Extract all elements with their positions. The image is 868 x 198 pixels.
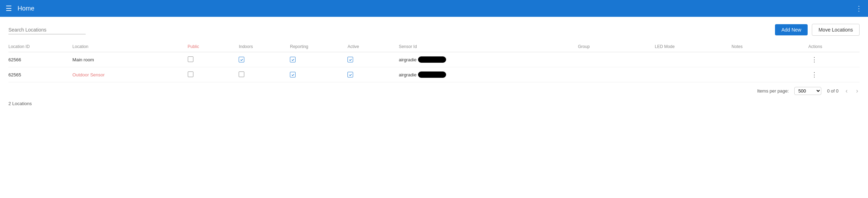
hamburger-icon[interactable]: ☰: [6, 4, 12, 13]
table-row: 62565Outdoor Sensorairgradie⋮: [8, 67, 860, 82]
table-row: 62566Main roomairgradie⋮: [8, 52, 860, 67]
nav-left: ☰ Home: [6, 4, 34, 13]
col-header-led-mode: LED Mode: [655, 41, 732, 52]
pagination-bar: Items per page: 500 100 250 1000 0 of 0 …: [8, 82, 860, 97]
cell-group: [578, 52, 655, 67]
checkbox[interactable]: [290, 72, 296, 77]
checkbox[interactable]: [188, 71, 193, 77]
items-per-page-select[interactable]: 500 100 250 1000: [794, 87, 821, 95]
cell-indoors[interactable]: [239, 67, 290, 82]
actions-menu-icon[interactable]: ⋮: [808, 70, 820, 80]
cell-notes: [731, 67, 808, 82]
col-header-actions: Actions: [808, 41, 860, 52]
cell-led-mode: [655, 67, 732, 82]
actions-menu-icon[interactable]: ⋮: [808, 55, 820, 64]
locations-table: Location ID Location Public Indoors Repo…: [8, 41, 860, 82]
sensor-id-text: airgradie: [399, 71, 446, 78]
table-header-row: Location ID Location Public Indoors Repo…: [8, 41, 860, 52]
col-header-reporting: Reporting: [290, 41, 347, 52]
toolbar-right: Add New Move Locations: [775, 24, 860, 36]
nav-title: Home: [18, 5, 34, 12]
cell-location-id: 62566: [8, 52, 72, 67]
cell-location-name[interactable]: Outdoor Sensor: [72, 67, 187, 82]
cell-public[interactable]: [188, 67, 239, 82]
search-input[interactable]: [8, 26, 86, 34]
cell-location-name: Main room: [72, 52, 187, 67]
col-header-location: Location: [72, 41, 187, 52]
col-header-active: Active: [347, 41, 399, 52]
add-new-button[interactable]: Add New: [775, 24, 808, 35]
col-header-notes: Notes: [731, 41, 808, 52]
col-header-location-id: Location ID: [8, 41, 72, 52]
checkbox[interactable]: [347, 57, 353, 62]
prev-page-button[interactable]: ‹: [844, 87, 849, 95]
cell-led-mode: [655, 52, 732, 67]
items-per-page-label: Items per page:: [757, 88, 789, 94]
cell-sensor-id: airgradie: [399, 52, 578, 67]
cell-sensor-id: airgradie: [399, 67, 578, 82]
cell-active[interactable]: [347, 67, 399, 82]
cell-actions[interactable]: ⋮: [808, 67, 860, 82]
cell-public[interactable]: [188, 52, 239, 67]
col-header-sensor-id: Sensor Id: [399, 41, 578, 52]
checkbox[interactable]: [239, 71, 244, 77]
sensor-id-redacted: [418, 56, 446, 63]
checkbox[interactable]: [290, 57, 296, 62]
cell-location-id: 62565: [8, 67, 72, 82]
toolbar: Add New Move Locations: [8, 24, 860, 36]
sensor-id-redacted: [418, 71, 446, 78]
col-header-indoors: Indoors: [239, 41, 290, 52]
cell-active[interactable]: [347, 52, 399, 67]
cell-reporting[interactable]: [290, 52, 347, 67]
page-info: 0 of 0: [827, 88, 839, 94]
checkbox[interactable]: [188, 56, 193, 62]
col-header-group: Group: [578, 41, 655, 52]
cell-reporting[interactable]: [290, 67, 347, 82]
nav-dots-icon[interactable]: ⋮: [855, 4, 862, 13]
col-header-public: Public: [188, 41, 239, 52]
checkbox[interactable]: [347, 72, 353, 77]
cell-actions[interactable]: ⋮: [808, 52, 860, 67]
move-locations-button[interactable]: Move Locations: [812, 24, 860, 36]
footer-count: 2 Locations: [8, 97, 860, 106]
cell-notes: [731, 52, 808, 67]
cell-group: [578, 67, 655, 82]
sensor-id-text: airgradie: [399, 56, 446, 63]
top-nav: ☰ Home ⋮: [0, 0, 868, 17]
main-content: Add New Move Locations Location ID Locat…: [0, 17, 868, 198]
next-page-button[interactable]: ›: [855, 87, 860, 95]
cell-indoors[interactable]: [239, 52, 290, 67]
checkbox[interactable]: [239, 57, 244, 62]
